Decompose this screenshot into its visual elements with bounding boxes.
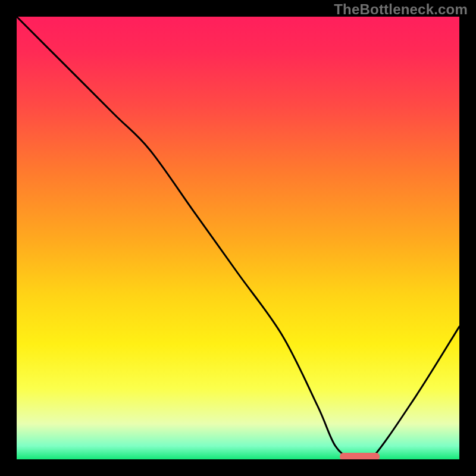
chart-container: TheBottleneck.com bbox=[0, 0, 476, 476]
plot-area bbox=[17, 17, 459, 459]
watermark-text: TheBottleneck.com bbox=[334, 1, 468, 18]
